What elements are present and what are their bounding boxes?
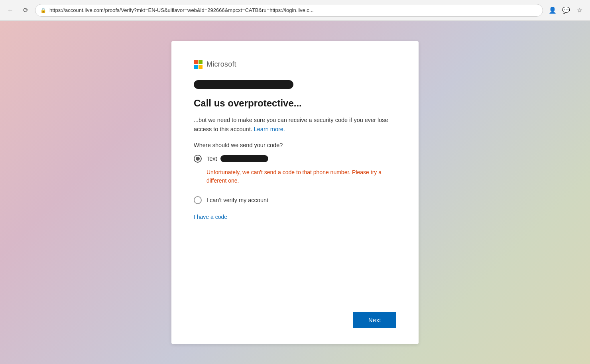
next-button[interactable]: Next bbox=[353, 312, 396, 328]
redacted-phone-number bbox=[220, 155, 268, 162]
browser-right-icons: 👤 💬 ☆ bbox=[547, 5, 585, 16]
ms-logo-grid bbox=[194, 60, 203, 69]
ms-logo-blue bbox=[194, 65, 198, 69]
lock-icon: 🔒 bbox=[40, 8, 46, 13]
verification-card: Microsoft Call us overprotective... ...b… bbox=[171, 41, 419, 344]
radio-option-text[interactable]: Text bbox=[194, 155, 396, 163]
microsoft-logo-text: Microsoft bbox=[206, 60, 236, 69]
browser-chrome: ← ⟳ 🔒 https://account.live.com/proofs/Ve… bbox=[0, 0, 590, 21]
card-footer: Next bbox=[194, 312, 396, 328]
body-text: ...but we need to make sure you can rece… bbox=[194, 116, 396, 134]
page-heading: Call us overprotective... bbox=[194, 97, 396, 109]
microsoft-logo: Microsoft bbox=[194, 60, 396, 69]
browser-back-button[interactable]: ← bbox=[5, 5, 16, 16]
favorites-button[interactable]: ☆ bbox=[574, 5, 585, 16]
redacted-username bbox=[194, 80, 293, 89]
body-text-content: ...but we need to make sure you can rece… bbox=[194, 117, 388, 132]
ms-logo-green bbox=[199, 60, 203, 64]
radio-cant-verify-label: I can't verify my account bbox=[206, 197, 268, 203]
url-text: https://account.live.com/proofs/Verify?m… bbox=[49, 7, 538, 13]
radio-text-input[interactable] bbox=[194, 155, 202, 163]
profile-icon-button[interactable]: 👤 bbox=[547, 5, 558, 16]
radio-text-label: Text bbox=[206, 155, 268, 162]
radio-dot bbox=[196, 157, 200, 161]
have-code-link[interactable]: I have a code bbox=[194, 214, 396, 220]
page-background: Microsoft Call us overprotective... ...b… bbox=[0, 21, 590, 364]
error-message: Unfortunately, we can't send a code to t… bbox=[206, 168, 396, 185]
ms-logo-red bbox=[194, 60, 198, 64]
learn-more-link[interactable]: Learn more. bbox=[254, 126, 285, 132]
browser-refresh-button[interactable]: ⟳ bbox=[20, 5, 31, 16]
radio-option-cant-verify[interactable]: I can't verify my account bbox=[194, 196, 396, 204]
read-aloud-button[interactable]: 💬 bbox=[560, 5, 572, 16]
browser-address-bar[interactable]: 🔒 https://account.live.com/proofs/Verify… bbox=[35, 4, 543, 17]
radio-cant-verify-input[interactable] bbox=[194, 196, 202, 204]
send-code-label: Where should we send your code? bbox=[194, 142, 396, 148]
ms-logo-yellow bbox=[199, 65, 203, 69]
